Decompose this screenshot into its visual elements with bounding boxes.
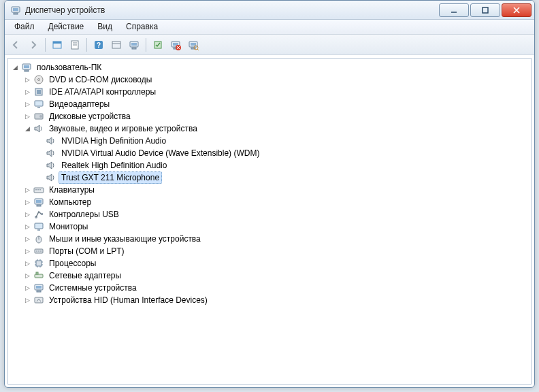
- toolbar-update-driver-button[interactable]: [126, 37, 142, 53]
- toolbar-properties-button[interactable]: [67, 37, 83, 53]
- category-label[interactable]: Процессоры: [46, 257, 99, 270]
- drive-icon: [33, 111, 44, 122]
- toolbar-forward-button[interactable]: [25, 37, 42, 53]
- device-label-selected[interactable]: Trust GXT 211 Microphone: [59, 172, 162, 184]
- port-icon: [33, 246, 44, 257]
- category-hid[interactable]: ▷ Устройства HID (Human Interface Device…: [23, 294, 531, 306]
- expand-icon[interactable]: ▷: [23, 88, 31, 96]
- category-label[interactable]: Звуковые, видео и игровые устройства: [46, 122, 200, 135]
- menubar: Файл Действие Вид Справка: [5, 20, 534, 35]
- category-ide[interactable]: ▷ IDE ATA/ATAPI контроллеры: [23, 86, 531, 98]
- monitor-icon: [33, 221, 44, 232]
- menu-help[interactable]: Справка: [119, 20, 165, 34]
- category-label[interactable]: IDE ATA/ATAPI контроллеры: [46, 86, 159, 98]
- tree-root[interactable]: ◢ пользователь-ПК: [11, 61, 531, 74]
- expand-icon[interactable]: ▷: [23, 259, 31, 267]
- device-label[interactable]: NVIDIA High Definition Audio: [59, 135, 169, 147]
- tree-root-label[interactable]: пользователь-ПК: [34, 61, 104, 74]
- category-mice[interactable]: ▷ Мыши и иные указывающие устройства: [23, 233, 531, 245]
- titlebar[interactable]: Диспетчер устройств: [5, 1, 534, 20]
- close-button[interactable]: [502, 3, 532, 17]
- category-network[interactable]: ▷ Сетевые адаптеры: [23, 270, 531, 282]
- category-label[interactable]: Системные устройства: [46, 282, 140, 294]
- toolbar-separator: [146, 38, 146, 52]
- expand-icon[interactable]: ▷: [23, 210, 31, 218]
- device-trust-gxt[interactable]: Trust GXT 211 Microphone: [35, 172, 531, 184]
- toolbar-scan-button[interactable]: [108, 37, 125, 53]
- expand-icon[interactable]: ▷: [23, 100, 31, 108]
- category-ports[interactable]: ▷ Порты (COM и LPT): [23, 245, 531, 257]
- expand-icon[interactable]: ▷: [23, 284, 31, 292]
- toolbar-back-button[interactable]: [7, 37, 24, 53]
- category-sound[interactable]: ◢ Звуковые, видео и игровые устройства: [23, 122, 531, 135]
- expand-icon[interactable]: ▷: [23, 186, 31, 194]
- cpu-icon: [33, 258, 44, 269]
- toolbar-uninstall-button[interactable]: [167, 37, 184, 53]
- expand-icon[interactable]: ▷: [23, 296, 31, 304]
- toolbar-separator: [86, 38, 87, 52]
- category-video[interactable]: ▷ Видеоадаптеры: [23, 98, 531, 110]
- toolbar-scan-hardware-button[interactable]: [185, 37, 201, 53]
- device-label[interactable]: NVIDIA Virtual Audio Device (Wave Extens…: [59, 147, 262, 159]
- device-label[interactable]: Realtek High Definition Audio: [59, 159, 169, 172]
- toolbar-enable-button[interactable]: [150, 37, 166, 53]
- category-cpu[interactable]: ▷ Процессоры: [23, 257, 531, 270]
- keyboard-icon: [33, 184, 44, 195]
- expand-icon[interactable]: ▷: [23, 76, 31, 84]
- category-disk[interactable]: ▷ Дисковые устройства: [23, 110, 531, 122]
- computer-icon: [33, 282, 44, 293]
- menu-action[interactable]: Действие: [42, 20, 91, 34]
- expand-icon[interactable]: ▷: [23, 247, 31, 255]
- collapse-icon[interactable]: ◢: [11, 63, 19, 71]
- computer-icon: [33, 197, 44, 208]
- expand-icon[interactable]: ▷: [23, 223, 31, 231]
- expand-icon[interactable]: ▷: [23, 112, 31, 120]
- svg-text:?: ?: [97, 42, 101, 49]
- device-tree-pane[interactable]: ◢ пользователь-ПК ▷ DVD и CD-ROM дисково…: [7, 58, 532, 385]
- category-label[interactable]: Мониторы: [46, 220, 91, 233]
- category-label[interactable]: Компьютер: [46, 196, 94, 208]
- usb-icon: [33, 209, 44, 220]
- category-label[interactable]: Дисковые устройства: [46, 110, 133, 122]
- device-nvidia-hd[interactable]: NVIDIA High Definition Audio: [35, 135, 531, 147]
- category-label[interactable]: Мыши и иные указывающие устройства: [46, 233, 203, 245]
- category-usb[interactable]: ▷ Контроллеры USB: [23, 208, 531, 220]
- menu-view[interactable]: Вид: [91, 20, 119, 34]
- monitor-icon: [33, 99, 44, 110]
- category-label[interactable]: Порты (COM и LPT): [46, 245, 127, 257]
- category-label[interactable]: Сетевые адаптеры: [46, 270, 124, 282]
- category-label[interactable]: Клавиатуры: [46, 184, 97, 196]
- category-label[interactable]: DVD и CD-ROM дисководы: [46, 74, 154, 86]
- device-realtek[interactable]: Realtek High Definition Audio: [35, 159, 531, 172]
- svg-rect-40: [53, 42, 61, 44]
- category-monitors[interactable]: ▷ Мониторы: [23, 220, 531, 233]
- svg-rect-36: [483, 7, 488, 13]
- category-keyboards[interactable]: ▷ Клавиатуры: [23, 184, 531, 196]
- toolbar-help-button[interactable]: ?: [91, 37, 107, 53]
- expand-icon[interactable]: ▷: [23, 198, 31, 206]
- toolbar-show-hidden-button[interactable]: [49, 37, 65, 53]
- category-label[interactable]: Видеоадаптеры: [46, 98, 112, 110]
- speaker-icon: [46, 148, 56, 159]
- maximize-button[interactable]: [470, 3, 500, 17]
- device-nvidia-virtual[interactable]: NVIDIA Virtual Audio Device (Wave Extens…: [35, 147, 531, 159]
- expand-icon[interactable]: ▷: [23, 272, 31, 280]
- app-icon: [10, 5, 21, 16]
- collapse-icon[interactable]: ◢: [23, 125, 31, 133]
- computer-icon: [21, 62, 32, 73]
- minimize-button[interactable]: [439, 3, 469, 17]
- device-manager-window: Диспетчер устройств Файл Действие Вид Сп…: [4, 0, 535, 388]
- toolbar: ?: [5, 35, 534, 55]
- category-computer[interactable]: ▷ Компьютер: [23, 196, 531, 208]
- toolbar-separator: [45, 38, 46, 52]
- expand-icon[interactable]: ▷: [23, 235, 31, 243]
- category-system[interactable]: ▷ Системные устройства: [23, 282, 531, 294]
- menu-file[interactable]: Файл: [7, 20, 42, 34]
- window-controls: [439, 3, 532, 17]
- category-label[interactable]: Контроллеры USB: [46, 208, 122, 220]
- category-dvd[interactable]: ▷ DVD и CD-ROM дисководы: [23, 74, 531, 86]
- svg-rect-46: [112, 42, 120, 48]
- speaker-icon: [46, 172, 56, 183]
- speaker-icon: [46, 160, 56, 171]
- category-label[interactable]: Устройства HID (Human Interface Devices): [46, 294, 210, 306]
